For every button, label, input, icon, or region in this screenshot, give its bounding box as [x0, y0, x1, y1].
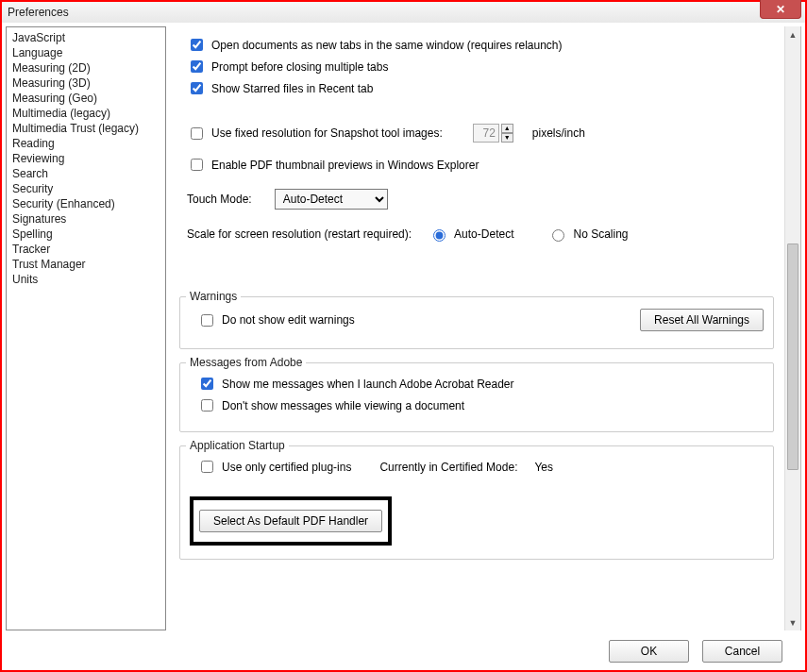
startup-group: Application Startup Use only certified p… [179, 445, 774, 560]
spin-down-icon: ▼ [501, 133, 513, 143]
messages-legend: Messages from Adobe [186, 356, 306, 369]
warnings-group: Warnings Do not show edit warnings Reset… [179, 296, 774, 349]
show-starred-label: Show Starred files in Recent tab [211, 82, 373, 95]
scale-auto-label: Auto-Detect [454, 227, 513, 241]
scale-none-radio[interactable] [552, 229, 564, 242]
warnings-legend: Warnings [186, 290, 241, 303]
reset-warnings-button[interactable]: Reset All Warnings [640, 309, 764, 331]
scroll-up-icon[interactable]: ▲ [785, 26, 800, 42]
certified-mode-label: Currently in Certified Mode: [379, 461, 517, 474]
certified-mode-value: Yes [534, 461, 553, 474]
scale-none-label: No Scaling [573, 227, 628, 241]
open-tabs-checkbox[interactable] [191, 39, 203, 51]
default-pdf-handler-button[interactable]: Select As Default PDF Handler [199, 510, 382, 532]
sidebar-item[interactable]: Signatures [7, 211, 165, 227]
sidebar-item[interactable]: Reviewing [7, 151, 165, 166]
dont-show-viewing-checkbox[interactable] [201, 399, 213, 412]
close-icon: ✕ [776, 3, 785, 16]
sidebar-item[interactable]: Multimedia Trust (legacy) [7, 121, 165, 136]
enable-thumb-checkbox[interactable] [191, 159, 203, 171]
open-tabs-label: Open documents as new tabs in the same w… [211, 39, 563, 52]
sidebar-item[interactable]: Security (Enhanced) [7, 196, 165, 211]
sidebar-item[interactable]: Trust Manager [7, 257, 165, 272]
settings-panel: Open documents as new tabs in the same w… [172, 26, 801, 630]
sidebar-item[interactable]: Measuring (Geo) [7, 91, 165, 106]
sidebar-item[interactable]: Multimedia (legacy) [7, 106, 165, 121]
dont-show-viewing-label: Don't show messages while viewing a docu… [222, 399, 464, 412]
messages-group: Messages from Adobe Show me messages whe… [179, 362, 774, 432]
sidebar-item[interactable]: Measuring (2D) [7, 60, 165, 76]
cancel-button[interactable]: Cancel [702, 640, 782, 663]
scale-label: Scale for screen resolution (restart req… [187, 227, 412, 241]
sidebar-item[interactable]: Spelling [7, 227, 165, 242]
sidebar-item[interactable]: Units [7, 272, 165, 287]
fixed-res-unit: pixels/inch [532, 126, 585, 140]
body: JavaScript Language Measuring (2D) Measu… [2, 23, 805, 634]
scroll-thumb[interactable] [787, 244, 799, 470]
ok-button[interactable]: OK [609, 640, 689, 663]
touch-mode-select[interactable]: Auto-Detect [275, 189, 388, 210]
touch-mode-label: Touch Mode: [187, 193, 252, 206]
scroll-down-icon[interactable]: ▼ [785, 614, 800, 630]
enable-thumb-label: Enable PDF thumbnail previews in Windows… [211, 159, 479, 172]
prompt-close-checkbox[interactable] [191, 60, 203, 73]
fixed-res-label: Use fixed resolution for Snapshot tool i… [211, 126, 443, 140]
close-button[interactable]: ✕ [760, 0, 801, 19]
fixed-res-spinner[interactable]: ▲▼ [473, 124, 513, 143]
show-launch-messages-checkbox[interactable] [201, 378, 213, 390]
certified-plugins-checkbox[interactable] [201, 461, 213, 473]
show-starred-checkbox[interactable] [191, 82, 203, 94]
preferences-window: Preferences ✕ JavaScript Language Measur… [0, 0, 807, 672]
dont-show-warnings-label: Do not show edit warnings [222, 313, 355, 327]
dont-show-warnings-checkbox[interactable] [201, 314, 213, 327]
sidebar-item[interactable]: Search [7, 166, 165, 181]
sidebar-item[interactable]: JavaScript [7, 30, 165, 45]
startup-legend: Application Startup [186, 439, 289, 452]
categories-sidebar: JavaScript Language Measuring (2D) Measu… [6, 26, 166, 630]
sidebar-item[interactable]: Reading [7, 136, 165, 151]
prompt-close-label: Prompt before closing multiple tabs [211, 60, 388, 74]
titlebar: Preferences ✕ [2, 2, 805, 23]
spin-up-icon: ▲ [501, 124, 513, 133]
sidebar-item[interactable]: Security [7, 181, 165, 196]
scrollbar[interactable]: ▲ ▼ [784, 26, 800, 630]
scale-auto-radio[interactable] [433, 229, 446, 242]
fixed-res-value [473, 124, 499, 143]
sidebar-item[interactable]: Measuring (3D) [7, 76, 165, 91]
window-title: Preferences [8, 6, 69, 19]
show-launch-messages-label: Show me messages when I launch Adobe Acr… [222, 378, 514, 391]
certified-plugins-label: Use only certified plug-ins [222, 461, 351, 474]
default-handler-highlight: Select As Default PDF Handler [190, 496, 392, 546]
sidebar-item[interactable]: Tracker [7, 242, 165, 257]
sidebar-item[interactable]: Language [7, 45, 165, 60]
dialog-buttons: OK Cancel [2, 634, 805, 670]
fixed-res-checkbox[interactable] [191, 127, 203, 140]
